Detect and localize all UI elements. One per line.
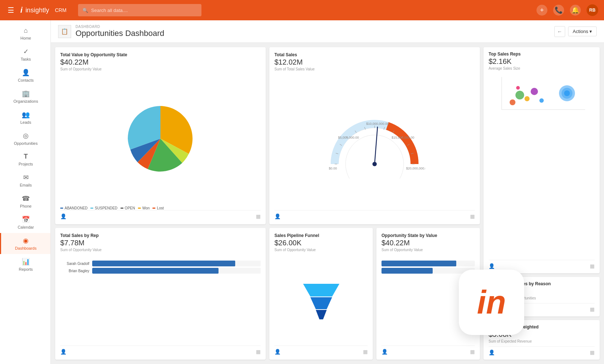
legend-open: OPEN — [121, 206, 135, 210]
svg-line-6 — [375, 127, 378, 164]
leads-icon: 👥 — [22, 111, 30, 119]
grid-icon-3: ▦ — [590, 263, 595, 269]
navbar: ☰ i insightly CRM 🔍 + 📞 🔔 RB — [0, 0, 604, 20]
logo-badge: in — [459, 270, 524, 335]
sidebar-label-contacts: Contacts — [18, 78, 33, 82]
sidebar-item-tasks[interactable]: ✓ Tasks — [0, 44, 50, 65]
widget-top-sales-subtitle: Average Sales Size — [489, 66, 595, 70]
sidebar-item-calendar[interactable]: 📅 Calendar — [0, 212, 50, 233]
sidebar-item-dashboards[interactable]: ◉ Dashboards — [0, 233, 50, 254]
svg-marker-32 — [303, 284, 339, 296]
svg-point-25 — [525, 96, 530, 101]
grid-icon-6: ▦ — [256, 349, 261, 355]
person-icon-2: 👤 — [274, 213, 281, 219]
svg-point-24 — [515, 91, 524, 99]
sidebar-label-organizations: Organizations — [13, 99, 38, 103]
sidebar-item-leads[interactable]: 👥 Leads — [0, 107, 50, 128]
logo-icon: i — [20, 5, 23, 15]
sidebar-label-tasks: Tasks — [21, 57, 31, 61]
widget-total-sales: Total Sales $12.02M Sum of Total Sales V… — [269, 47, 480, 224]
sidebar-item-emails[interactable]: ✉ Emails — [0, 170, 50, 191]
funnel-chart — [274, 255, 368, 345]
sidebar-label-emails: Emails — [20, 183, 32, 187]
widget-funnel-subtitle: Sum of Opportunity Value — [274, 248, 368, 252]
bar-row-brian: Brian Bagley — [60, 268, 261, 274]
sidebar-item-projects[interactable]: T Projects — [0, 149, 50, 170]
legend-dot-lost — [152, 208, 155, 209]
svg-point-28 — [516, 86, 520, 90]
grid-icon: ▦ — [256, 213, 261, 219]
widget-total-sales-footer: 👤 ▦ — [274, 210, 475, 219]
notifications-button[interactable]: 🔔 — [570, 5, 581, 16]
user-avatar[interactable]: RB — [587, 4, 598, 16]
sidebar-label-calendar: Calendar — [18, 225, 34, 229]
opp-bar-track-1 — [381, 261, 475, 266]
organizations-icon: 🏢 — [22, 90, 30, 98]
svg-text:$10,000,000.00: $10,000,000.00 — [366, 122, 389, 126]
opp-bar-track-2 — [381, 268, 475, 274]
add-button[interactable]: + — [536, 5, 547, 16]
back-button[interactable]: ← — [554, 26, 565, 37]
logo-badge-text: in — [477, 286, 506, 319]
svg-marker-33 — [310, 297, 332, 309]
svg-point-7 — [372, 162, 377, 166]
search-input[interactable] — [91, 8, 197, 13]
legend-dot-open — [121, 208, 123, 209]
widget-sales-pipeline-funnel: Sales Pipeline Funnel $26.00K Sum of Opp… — [269, 228, 373, 360]
app-logo: i insightly — [20, 5, 49, 15]
widget-total-value: Total Value by Opportunity State $40.22M… — [55, 47, 266, 224]
phone-button[interactable]: 📞 — [553, 5, 564, 16]
widget-pipeline-footer: 👤 ▦ — [489, 346, 595, 355]
person-icon: 👤 — [60, 213, 66, 219]
opp-bar-fill-2 — [381, 268, 433, 274]
pie-legend: ABANDONED SUSPENDED OPEN Won — [60, 206, 261, 210]
page-header-actions: ← Actions ▾ — [554, 26, 597, 37]
actions-button[interactable]: Actions ▾ — [568, 26, 597, 36]
legend-dot-suspended — [90, 208, 93, 209]
person-icon-7: 👤 — [274, 349, 281, 355]
widget-funnel-value: $26.00K — [274, 239, 368, 247]
legend-suspended: SUSPENDED — [90, 206, 117, 210]
scatter-svg — [489, 73, 595, 117]
widget-top-sales-reps: Top Sales Reps $2.16K Average Sales Size — [483, 47, 600, 273]
sidebar-label-projects: Projects — [19, 162, 33, 166]
svg-marker-34 — [316, 310, 327, 319]
bar-row-sarah: Sarah Gradolf — [60, 261, 261, 266]
widget-total-value-footer: 👤 ▦ — [60, 210, 261, 219]
legend-label-open: OPEN — [125, 206, 135, 210]
widget-total-sales-subtitle: Sum of Total Sales Value — [274, 67, 475, 71]
sidebar-item-organizations[interactable]: 🏢 Organizations — [0, 86, 50, 107]
hamburger-menu[interactable]: ☰ — [6, 6, 16, 15]
search-bar[interactable]: 🔍 — [78, 4, 201, 16]
widget-funnel-footer: 👤 ▦ — [274, 345, 368, 355]
svg-text:$0.00: $0.00 — [329, 167, 337, 170]
breadcrumb: DASHBOARD — [76, 25, 550, 29]
dashboards-icon: ◉ — [22, 237, 30, 245]
dashboard-icon: 📋 — [61, 28, 68, 35]
svg-point-26 — [531, 88, 538, 95]
widget-bottom-middle: Sales Pipeline Funnel $26.00K Sum of Opp… — [269, 228, 480, 360]
legend-label-suspended: SUSPENDED — [95, 206, 117, 210]
actions-label: Actions ▾ — [573, 29, 592, 34]
opp-bar-row-2 — [381, 268, 475, 274]
phone-icon: ☎ — [22, 195, 30, 203]
sidebar-item-phone[interactable]: ☎ Phone — [0, 191, 50, 212]
grid-icon-8: ▦ — [470, 349, 475, 355]
tasks-icon: ✓ — [22, 48, 30, 56]
gauge-chart-container: $0.00 $5,000,000.00 $10,000,000.00 $15,0… — [274, 74, 475, 210]
scatter-chart — [489, 73, 595, 260]
sidebar-item-home[interactable]: ⌂ Home — [0, 23, 50, 44]
legend-abandoned: ABANDONED — [60, 206, 87, 210]
widget-top-sales-footer: 👤 ▦ — [489, 260, 595, 269]
widget-funnel-title: Sales Pipeline Funnel — [274, 233, 368, 238]
funnel-svg — [299, 280, 343, 320]
reports-icon: 📊 — [22, 258, 30, 266]
svg-point-31 — [564, 90, 570, 96]
sidebar-item-reports[interactable]: 📊 Reports — [0, 254, 50, 275]
calendar-icon: 📅 — [22, 216, 30, 224]
bar-fill-brian — [92, 268, 219, 274]
sidebar-label-phone: Phone — [20, 204, 32, 208]
grid-icon-4: ▦ — [590, 306, 595, 312]
sidebar-item-opportunities[interactable]: ◎ Opportunities — [0, 128, 50, 149]
sidebar-item-contacts[interactable]: 👤 Contacts — [0, 65, 50, 86]
